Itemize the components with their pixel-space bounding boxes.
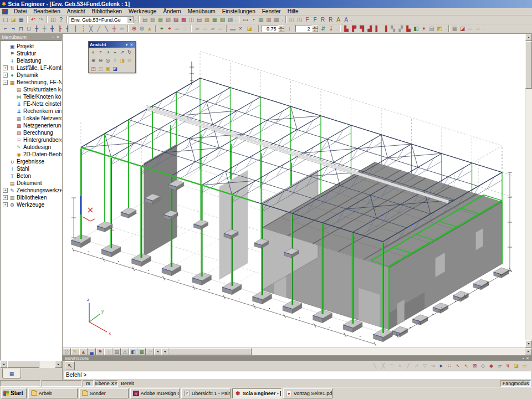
scroll-thumb[interactable] (168, 348, 252, 355)
toolbar-icon[interactable]: ╋ (48, 25, 56, 33)
model-viewport[interactable]: xyz Ansicht ▾ ✕ ◐◓◑◒↗↻ ⊕⊖◎○◨⊙ ◳◰▣◪ (63, 33, 532, 355)
toolbar-icon[interactable]: ▤ (141, 16, 149, 24)
chevron-down-icon[interactable]: ▾ (124, 43, 129, 47)
toolbar-icon[interactable]: ▩ (180, 16, 188, 24)
view-iso-icon[interactable]: ◐ (90, 48, 97, 55)
expand-icon[interactable]: + (3, 195, 8, 200)
toolbar-icon[interactable]: ▌ (374, 25, 381, 33)
menu-hilfe[interactable]: Hilfe (284, 8, 302, 15)
strip-scroll-left-icon[interactable]: ◂ (154, 348, 161, 355)
toolbar-icon[interactable]: ▙ (342, 25, 350, 33)
toolbar-icon[interactable]: ◪ (512, 362, 520, 370)
toolbar-icon[interactable]: F (304, 16, 311, 24)
toolbar-icon[interactable]: ▥ (273, 16, 280, 24)
toolbar-icon[interactable]: ✶ (420, 25, 428, 33)
toolbar-icon[interactable]: ⊗ (138, 25, 146, 33)
redo-icon[interactable]: ↷ (37, 16, 45, 24)
toolbar-icon[interactable]: ▤ (196, 16, 203, 24)
tree-item-projekt[interactable]: ▣Projekt (1, 43, 62, 50)
tree-item-berechnung-fe-netz[interactable]: −▦Berechnung, FE-Netz (1, 79, 62, 86)
tree-item-autodesign[interactable]: ✎Autodesign (1, 144, 62, 151)
toolbar-icon[interactable]: ▬ (229, 25, 237, 33)
toolbar-icon[interactable]: ┃ (71, 25, 79, 33)
toolbar-icon[interactable]: ╲ (371, 362, 379, 370)
toolbar-icon[interactable]: ▲ (146, 25, 154, 33)
toolbar-icon[interactable]: ⌐ (2, 25, 9, 33)
toolbar-icon[interactable]: R (327, 16, 335, 24)
toolbar-icon[interactable]: ◇ (479, 362, 487, 370)
cursor-snap-icon[interactable]: ► (437, 362, 446, 370)
expand-icon[interactable]: + (3, 73, 8, 78)
toolbar-icon[interactable]: A (335, 16, 342, 24)
new-icon[interactable]: ▢ (2, 16, 9, 24)
toolbar-icon[interactable]: ▦ (451, 25, 459, 33)
tree-item-fe-netz-einstellen[interactable]: ⇊FE-Netz einstellen (1, 100, 62, 108)
toolbar-icon[interactable]: ┼ (40, 25, 48, 33)
clip-box-icon[interactable]: ◨ (119, 57, 126, 64)
tree-item-berechnung[interactable]: ▤Berechnung (1, 129, 62, 136)
menu-einstellungen[interactable]: Einstellungen (219, 8, 259, 15)
status-unit[interactable]: m (83, 380, 94, 387)
toolbar-icon[interactable]: ▱ (467, 25, 474, 33)
toolbar-icon[interactable]: ◫ (188, 16, 196, 24)
toolbar-icon[interactable]: ▦ (157, 16, 165, 24)
task-sonder[interactable]: Sonder (79, 388, 129, 398)
render-mode-icon[interactable]: △ (121, 348, 129, 355)
toolbar-icon[interactable]: ◳ (296, 16, 304, 24)
expand-icon[interactable]: + (3, 65, 8, 70)
scroll-right-icon[interactable]: ▸ (525, 348, 532, 355)
preview-icon[interactable]: ◔ (249, 16, 257, 24)
tree-item-rechenkern-einstellen[interactable]: ⇊Rechenkern einstellen (1, 108, 62, 115)
scale-spinner[interactable]: 0.75 ▲▼ (262, 25, 284, 32)
toolbar-icon[interactable]: ▥ (149, 16, 157, 24)
undo-icon[interactable]: ↶ (29, 16, 37, 24)
status-plane[interactable]: Ebene XY (95, 380, 118, 387)
ansicht-palette[interactable]: Ansicht ▾ ✕ ◐◓◑◒↗↻ ⊕⊖◎○◨⊙ ◳◰▣◪ (88, 41, 136, 73)
tree-item-bibliotheken[interactable]: +▥Bibliotheken (1, 194, 62, 201)
tree-item-stahl[interactable]: IStahl (1, 165, 62, 172)
zoom-in-icon[interactable]: ⊕ (90, 57, 97, 64)
toolbar-icon[interactable]: ▟ (366, 25, 374, 33)
print-view-icon[interactable]: ▤ (112, 348, 121, 355)
toolbar-icon[interactable]: ◪ (245, 25, 253, 33)
view-top-icon[interactable]: ◒ (111, 48, 119, 55)
task-übersicht-1-paint[interactable]: ✐Übersicht 1 - Paint (181, 388, 231, 398)
sketch-icon[interactable]: ✎ (71, 348, 79, 355)
toolbar-icon[interactable]: ┼ (110, 25, 118, 33)
tree-item-2d-daten-beobachter[interactable]: ◉2D-Daten-Beobachter (1, 151, 62, 158)
rotate-icon[interactable]: ↻ (126, 48, 133, 55)
tree-item-dynamik[interactable]: +●Dynamik (1, 71, 62, 79)
status-snapmode[interactable]: Fangmodus (500, 380, 531, 387)
toolbar-icon[interactable]: A (342, 16, 350, 24)
tree-item-lastfälle-lf-kombinationen[interactable]: +⇅Lastfälle, LF-Kombinationen (1, 64, 62, 71)
tree-item-lokale-netzverdichtung[interactable]: ▦Lokale Netzverdichtung (1, 115, 62, 122)
scroll-right-icon[interactable]: ▸ (55, 361, 62, 368)
toolbar-icon[interactable]: ▜ (358, 25, 366, 33)
help-icon[interactable]: ? (57, 16, 65, 24)
task-scia-engineer-[interactable]: ✱Scia Engineer - [... (232, 388, 282, 398)
pin-icon[interactable]: ▫ (50, 35, 55, 39)
tree-item-beton[interactable]: TBeton (1, 172, 62, 180)
tree-item-teile-knoten-koppeln[interactable]: ⋈Teile/Knoten koppeln (1, 93, 62, 100)
volumes-icon[interactable]: ◧ (129, 348, 137, 355)
toolbar-icon[interactable]: ⊕ (130, 25, 138, 33)
tree-item-zeichnungswerkzeuge[interactable]: +✎Zeichnungswerkzeuge (1, 187, 62, 194)
task-arbeit[interactable]: Arbeit (28, 388, 78, 398)
scroll-left-icon[interactable]: ◂ (0, 361, 7, 368)
scroll-down-icon[interactable]: ▾ (525, 340, 532, 347)
toolbar-icon[interactable]: ▱ (495, 362, 504, 370)
toolbar-icon[interactable]: ▦ (211, 16, 219, 24)
zoom-out-icon[interactable]: ⊖ (97, 57, 104, 64)
tree-item-strukturdaten-kontrollieren[interactable]: ▤Strukturdaten kontrollieren (1, 86, 62, 93)
collapse-icon[interactable]: − (3, 80, 8, 85)
toolbar-icon[interactable]: ◧ (412, 25, 420, 33)
toolbar-icon[interactable]: ◪ (459, 25, 467, 33)
grid-snap-icon[interactable]: ∷ (446, 362, 454, 370)
tree-item-netzgenerierung[interactable]: ▩Netzgenerierung (1, 122, 62, 129)
toolbar-icon[interactable]: ▥ (265, 16, 273, 24)
view-front-icon[interactable]: ◓ (97, 48, 104, 55)
expand-icon[interactable]: + (3, 188, 8, 193)
view-person-icon[interactable]: ↗ (119, 48, 126, 55)
toolbar-icon[interactable]: F (311, 16, 319, 24)
toolbar-icon[interactable]: ↯ (504, 362, 512, 370)
